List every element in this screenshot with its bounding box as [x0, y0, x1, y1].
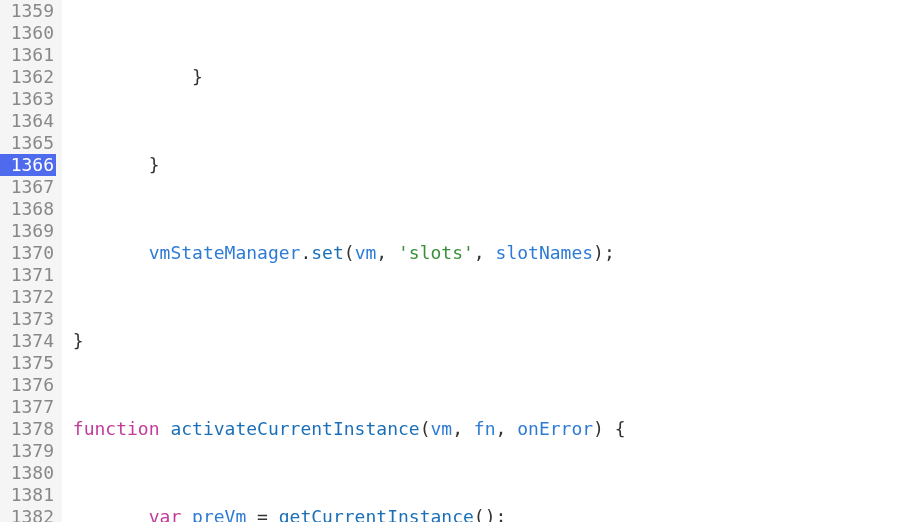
line-number: 1382 — [0, 506, 56, 522]
code-line: } — [62, 66, 914, 88]
line-number-gutter: 1359136013611362136313641365136613671368… — [0, 0, 62, 522]
line-number: 1376 — [0, 374, 56, 396]
code-line: } — [62, 154, 914, 176]
line-number: 1367 — [0, 176, 56, 198]
line-number: 1368 — [0, 198, 56, 220]
brace: } — [149, 154, 160, 175]
line-number: 1359 — [0, 0, 56, 22]
line-number: 1362 — [0, 66, 56, 88]
code-line: } — [62, 330, 914, 352]
code-area[interactable]: } } vmStateManager.set(vm, 'slots', slot… — [62, 0, 914, 522]
line-number: 1377 — [0, 396, 56, 418]
line-number: 1373 — [0, 308, 56, 330]
line-number: 1378 — [0, 418, 56, 440]
identifier: vmStateManager — [149, 242, 301, 263]
line-number: 1363 — [0, 88, 56, 110]
string-literal: 'slots' — [398, 242, 474, 263]
line-number: 1365 — [0, 132, 56, 154]
line-number: 1374 — [0, 330, 56, 352]
code-line: var preVm = getCurrentInstance();preVm =… — [62, 506, 914, 522]
line-number: 1366 — [0, 154, 56, 176]
line-number: 1364 — [0, 110, 56, 132]
brace: } — [192, 66, 203, 87]
line-number: 1372 — [0, 286, 56, 308]
line-number: 1369 — [0, 220, 56, 242]
line-number: 1360 — [0, 22, 56, 44]
method-name: set — [311, 242, 344, 263]
keyword-var: var — [149, 506, 182, 522]
keyword-function: function — [73, 418, 160, 439]
line-number: 1381 — [0, 484, 56, 506]
line-number: 1371 — [0, 264, 56, 286]
line-number: 1379 — [0, 440, 56, 462]
line-number: 1375 — [0, 352, 56, 374]
code-line: function activateCurrentInstance(vm, fn,… — [62, 418, 914, 440]
function-name: activateCurrentInstance — [170, 418, 419, 439]
code-line: vmStateManager.set(vm, 'slots', slotName… — [62, 242, 914, 264]
code-editor[interactable]: 1359136013611362136313641365136613671368… — [0, 0, 914, 522]
line-number: 1370 — [0, 242, 56, 264]
line-number: 1361 — [0, 44, 56, 66]
line-number: 1380 — [0, 462, 56, 484]
